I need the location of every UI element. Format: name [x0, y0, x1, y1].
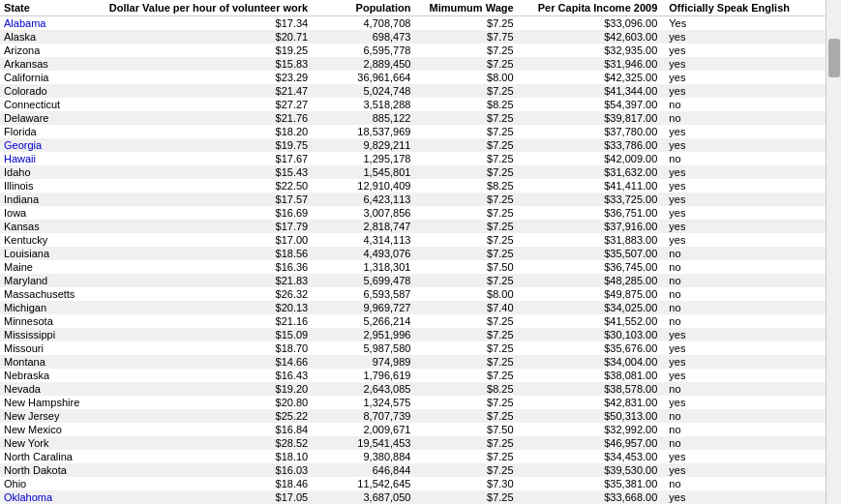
cell-income: $42,009.00	[518, 152, 662, 165]
cell-state: Kentucky	[0, 233, 93, 247]
cell-income: $39,530.00	[518, 463, 662, 477]
table-row: Connecticut$27.273,518,288$8.25$54,397.0…	[0, 98, 826, 111]
cell-state: New Mexico	[0, 423, 93, 436]
scrollbar-thumb[interactable]	[828, 39, 840, 77]
table-row: New York$28.5219,541,453$7.25$46,957.00n…	[0, 436, 826, 450]
scrollbar[interactable]	[826, 0, 841, 504]
cell-english: no	[661, 260, 826, 274]
cell-income: $42,325.00	[518, 71, 662, 84]
cell-population: 36,961,664	[312, 71, 414, 84]
cell-population: 974,989	[312, 355, 414, 369]
cell-dollar: $17.05	[93, 490, 313, 504]
cell-income: $54,397.00	[518, 98, 662, 111]
cell-minwage: $7.25	[414, 138, 517, 152]
table-row: Nebraska$16.431,796,619$7.25$38,081.00ye…	[0, 369, 826, 382]
table-row: North Caralina$18.109,380,884$7.25$34,45…	[0, 450, 826, 463]
table-row: Mississippi$15.092,951,996$7.25$30,103.0…	[0, 328, 826, 341]
cell-income: $36,745.00	[518, 260, 662, 274]
cell-income: $50,313.00	[518, 409, 662, 423]
cell-dollar: $17.79	[93, 220, 313, 233]
header-population: Population	[312, 0, 414, 16]
cell-dollar: $21.16	[93, 314, 313, 328]
table-row: Massachusetts$26.326,593,587$8.00$49,875…	[0, 287, 826, 301]
cell-english: yes	[661, 341, 826, 355]
cell-english: Yes	[661, 16, 826, 31]
table-row: California$23.2936,961,664$8.00$42,325.0…	[0, 71, 826, 84]
cell-population: 2,009,671	[312, 423, 414, 436]
table-row: Indiana$17.576,423,113$7.25$33,725.00yes	[0, 193, 826, 206]
cell-minwage: $7.25	[414, 450, 517, 463]
cell-income: $38,578.00	[518, 382, 662, 396]
cell-minwage: $7.25	[414, 341, 517, 355]
cell-income: $31,883.00	[518, 233, 662, 247]
cell-minwage: $8.25	[414, 98, 517, 111]
cell-english: yes	[661, 44, 826, 57]
cell-dollar: $26.32	[93, 287, 313, 301]
cell-income: $38,081.00	[518, 369, 662, 382]
cell-minwage: $7.25	[414, 84, 517, 98]
cell-population: 4,314,113	[312, 233, 414, 247]
cell-state: Colorado	[0, 84, 93, 98]
cell-dollar: $18.56	[93, 247, 313, 260]
cell-english: no	[661, 287, 826, 301]
cell-minwage: $8.25	[414, 179, 517, 193]
cell-dollar: $22.50	[93, 179, 313, 193]
cell-state: Nebraska	[0, 369, 93, 382]
cell-income: $34,004.00	[518, 355, 662, 369]
cell-minwage: $7.25	[414, 314, 517, 328]
cell-english: no	[661, 477, 826, 490]
cell-population: 9,829,211	[312, 138, 414, 152]
cell-minwage: $7.30	[414, 477, 517, 490]
table-row: Alabama$17.344,708,708$7.25$33,096.00Yes	[0, 16, 826, 31]
cell-dollar: $25.22	[93, 409, 313, 423]
cell-population: 11,542,645	[312, 477, 414, 490]
cell-income: $31,632.00	[518, 165, 662, 179]
cell-english: yes	[661, 369, 826, 382]
cell-english: yes	[661, 450, 826, 463]
cell-population: 646,844	[312, 463, 414, 477]
cell-income: $34,025.00	[518, 301, 662, 314]
cell-income: $35,676.00	[518, 341, 662, 355]
cell-dollar: $18.46	[93, 477, 313, 490]
cell-dollar: $19.25	[93, 44, 313, 57]
cell-state: Alabama	[0, 16, 93, 31]
cell-income: $42,831.00	[518, 396, 662, 409]
cell-english: no	[661, 436, 826, 450]
cell-state: Alaska	[0, 30, 93, 44]
cell-income: $32,992.00	[518, 423, 662, 436]
cell-minwage: $7.75	[414, 30, 517, 44]
table-row: North Dakota$16.03646,844$7.25$39,530.00…	[0, 463, 826, 477]
table-row: Hawaii$17.671,295,178$7.25$42,009.00no	[0, 152, 826, 165]
cell-english: no	[661, 409, 826, 423]
cell-income: $37,780.00	[518, 125, 662, 138]
cell-english: yes	[661, 355, 826, 369]
table-row: Missouri$18.705,987,580$7.25$35,676.00ye…	[0, 341, 826, 355]
cell-english: yes	[661, 179, 826, 193]
cell-english: yes	[661, 125, 826, 138]
cell-english: yes	[661, 84, 826, 98]
cell-minwage: $7.25	[414, 152, 517, 165]
cell-english: yes	[661, 30, 826, 44]
cell-state: North Caralina	[0, 450, 93, 463]
cell-dollar: $15.43	[93, 165, 313, 179]
cell-income: $41,411.00	[518, 179, 662, 193]
cell-dollar: $21.83	[93, 274, 313, 287]
header-dollar: Dollar Value per hour of volunteer work	[93, 0, 313, 16]
data-table: State Dollar Value per hour of volunteer…	[0, 0, 826, 504]
cell-state: Kansas	[0, 220, 93, 233]
cell-minwage: $7.25	[414, 233, 517, 247]
cell-minwage: $7.25	[414, 436, 517, 450]
table-row: Arkansas$15.832,889,450$7.25$31,946.00ye…	[0, 57, 826, 71]
cell-minwage: $7.25	[414, 396, 517, 409]
table-row: Louisiana$18.564,493,076$7.25$35,507.00n…	[0, 247, 826, 260]
cell-state: New Hampshire	[0, 396, 93, 409]
cell-dollar: $21.76	[93, 111, 313, 125]
cell-population: 2,643,085	[312, 382, 414, 396]
table-row: Alaska$20.71698,473$7.75$42,603.00yes	[0, 30, 826, 44]
cell-dollar: $15.83	[93, 57, 313, 71]
table-row: Ohio$18.4611,542,645$7.30$35,381.00no	[0, 477, 826, 490]
cell-population: 2,818,747	[312, 220, 414, 233]
cell-population: 19,541,453	[312, 436, 414, 450]
cell-population: 2,889,450	[312, 57, 414, 71]
table-row: Idaho$15.431,545,801$7.25$31,632.00yes	[0, 165, 826, 179]
